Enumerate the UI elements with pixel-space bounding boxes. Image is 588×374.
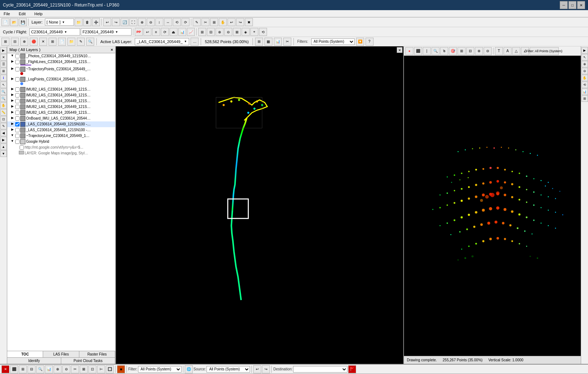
prof-btn5[interactable]: 📊	[45, 365, 53, 373]
menu-edit[interactable]: Edit	[17, 11, 28, 17]
prof-btn9[interactable]: ⊠	[80, 365, 88, 373]
tool-btn-3[interactable]: 🔄	[121, 18, 129, 26]
prof-btn7[interactable]: ⊖	[62, 365, 70, 373]
prof-btn11[interactable]: ⊢	[97, 365, 105, 373]
left-btn-up[interactable]: ▲	[0, 144, 7, 150]
tool-btn-10[interactable]: ⟳	[182, 18, 189, 26]
layer-folder-btn[interactable]: 📁	[75, 18, 83, 26]
prof-btn6[interactable]: ⊕	[54, 365, 62, 373]
rt-btn4[interactable]: ⊖	[581, 68, 588, 74]
las-btn4[interactable]: 🔴	[30, 38, 38, 46]
expand-imu2[interactable]: ▶	[10, 93, 14, 97]
tool-btn-1[interactable]: ↩	[103, 18, 111, 26]
rt-btn2[interactable]: ↖	[581, 54, 588, 61]
tool-btn-2[interactable]: ↪	[112, 18, 120, 26]
toc-item-imu2[interactable]: ▶ IMU82_LAS_C230614_205449_121SN100 -	[7, 92, 115, 98]
prof-close-btn[interactable]: ✕	[1, 365, 9, 373]
left-btn-2[interactable]: ✕	[0, 54, 7, 61]
left-btn-4[interactable]: ⊞	[0, 68, 7, 74]
las-btn8[interactable]: 📁	[67, 38, 75, 46]
toc-item-imu3[interactable]: ▶ IMU82_LAS_C230614_205449_121SN100 -	[7, 98, 115, 104]
expand-imu4[interactable]: ▶	[10, 104, 14, 109]
prof-flag-btn[interactable]: 🚩	[348, 365, 356, 373]
left-btn-down[interactable]: ▼	[0, 150, 7, 157]
check-imu2[interactable]	[15, 93, 20, 97]
cf-btn6[interactable]: 📊	[178, 28, 186, 36]
toc-item-google-url[interactable]: http://mt.google.com/vt/lyrs=y&x=$...	[7, 145, 115, 150]
check-photos[interactable]	[15, 54, 20, 58]
las-btn6[interactable]: ⊞	[49, 38, 57, 46]
cf-btn9[interactable]: ⊟	[207, 28, 215, 36]
edit-btn-3[interactable]: ⊞	[210, 18, 218, 26]
toc-item-google-layer[interactable]: LAYER: Google Maps image/jpg, Style: d..…	[7, 150, 115, 156]
prof-filter-select[interactable]: All Points (System)	[138, 366, 182, 373]
cf-btn4[interactable]: ⟳	[161, 28, 169, 36]
redo-btn[interactable]: ↪	[236, 18, 244, 26]
cf-btn7[interactable]: 📈	[187, 28, 195, 36]
check-las2[interactable]	[15, 128, 20, 132]
cf-btn15[interactable]: ⟲	[259, 28, 267, 36]
rt-btn1[interactable]: ▶	[581, 47, 588, 54]
rt-btn6[interactable]: ⟲	[581, 82, 588, 88]
toc-item-flightlines[interactable]: ▶ _FlightLines_C230614_205449_121SN100 -	[7, 59, 115, 65]
las-display-btn[interactable]: ▦	[264, 38, 272, 46]
prof-btn1[interactable]: ⬛	[10, 365, 18, 373]
expand-flightlines[interactable]: ▶	[10, 59, 14, 64]
check-gurl[interactable]	[20, 145, 24, 150]
tool-btn-6[interactable]: ⊖	[147, 18, 155, 26]
left-btn-measure[interactable]: 📏	[0, 109, 7, 116]
tab-raster-files[interactable]: Raster Files	[79, 351, 115, 357]
expand-logpoints[interactable]: ▶	[10, 77, 14, 81]
toc-item-imu5[interactable]: ▶ IMU82_LAS_C230614_205449_121SN100 -	[7, 110, 115, 116]
close-button[interactable]: ✕	[577, 1, 585, 9]
cf-btn11[interactable]: ⊖	[224, 28, 232, 36]
prof-btn3[interactable]: ⊟	[28, 365, 36, 373]
toc-item-google[interactable]: ▼ Google Hybrid	[7, 139, 115, 145]
left-btn-nav-next[interactable]: ▶	[0, 137, 7, 143]
toc-item-photos[interactable]: ▼ _Photos_C230614_205449_121SN100 - Ret.…	[7, 53, 115, 59]
prof-btn8[interactable]: ✂	[71, 365, 79, 373]
check-google[interactable]	[15, 140, 20, 144]
cancel-btn[interactable]: ✖	[245, 18, 253, 26]
tool-btn-8[interactable]: ↔	[164, 18, 172, 26]
toc-item-trajpoints[interactable]: ▶ ~TrajectoryPoints_C230614_205449_121SN	[7, 66, 115, 72]
expand-las1[interactable]: ▶	[10, 122, 14, 126]
edit-btn-1[interactable]: ✎	[193, 18, 201, 26]
check-imu4[interactable]	[15, 105, 20, 109]
left-btn-3[interactable]: ☰	[0, 61, 7, 67]
left-btn-select[interactable]: ⊡	[0, 116, 7, 122]
prof-btn4[interactable]: 🔍	[36, 365, 44, 373]
tab-toc[interactable]: TOC	[7, 351, 43, 357]
tool-btn-4[interactable]: ⛶	[129, 18, 137, 26]
prof-dest-select[interactable]	[293, 366, 347, 373]
expand-las2[interactable]: ▶	[10, 128, 14, 132]
filter-select[interactable]: All Points (System)	[311, 38, 355, 45]
prof-source-select[interactable]: All Points (System)	[207, 366, 250, 373]
las-btn3[interactable]: ⊕	[20, 38, 28, 46]
maximize-button[interactable]: □	[568, 1, 576, 9]
check-imu1[interactable]	[15, 87, 20, 92]
left-btn-pointer[interactable]: ↖	[0, 82, 7, 88]
edit-btn-2[interactable]: ✂	[201, 18, 209, 26]
tab-point-cloud-tasks[interactable]: Point Cloud Tasks	[61, 358, 115, 364]
cf-btn2[interactable]: ↩	[143, 28, 151, 36]
left-btn-1[interactable]: ▶	[0, 47, 7, 54]
cf-btn10[interactable]: ⊕	[216, 28, 224, 36]
expand-photos[interactable]: ▼	[10, 54, 14, 58]
rt-btn5[interactable]: ✋	[581, 75, 588, 81]
cf-btn12[interactable]: ⊠	[233, 28, 241, 36]
menu-file[interactable]: File	[1, 11, 12, 17]
check-flightlines[interactable]	[15, 60, 20, 64]
save-button[interactable]: 💾	[19, 18, 27, 26]
rt-btn8[interactable]: ⊞	[581, 95, 588, 102]
cf-btn8[interactable]: ⊞	[198, 28, 206, 36]
tool-btn-5[interactable]: ⊕	[138, 18, 146, 26]
delete-btn[interactable]: 🗑	[83, 18, 91, 26]
prof-btn12[interactable]: 🔲	[106, 365, 114, 373]
left-btn-info[interactable]: i	[0, 75, 7, 81]
las-browse-btn[interactable]: …	[191, 38, 199, 46]
rt-btn3[interactable]: ⊕	[581, 61, 588, 67]
toc-close-btn[interactable]: ×	[111, 47, 113, 52]
rt-btn7[interactable]: 📊	[581, 88, 588, 95]
menu-help[interactable]: Help	[32, 11, 45, 17]
